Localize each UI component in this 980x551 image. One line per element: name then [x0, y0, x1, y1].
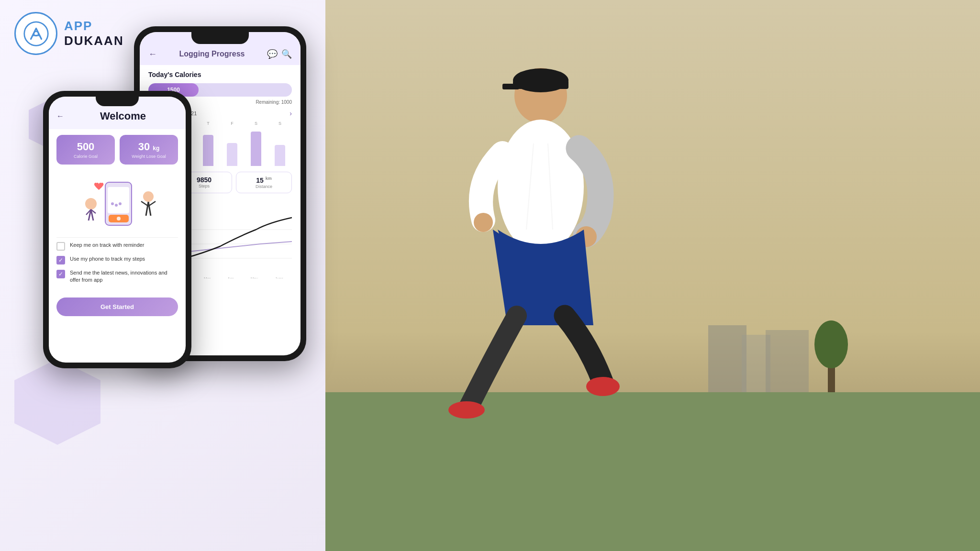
checklist: Keep me on track with reminder ✓ Use my … — [49, 238, 186, 293]
month-june: June — [275, 276, 283, 278]
calorie-goal-label: Calorie Goal — [61, 154, 110, 159]
day-s2: S — [274, 121, 286, 126]
svg-rect-23 — [325, 392, 980, 551]
svg-rect-24 — [708, 325, 746, 392]
bar-s1 — [251, 132, 261, 166]
stat-box-distance: 15 km Distance — [236, 172, 292, 193]
svg-rect-32 — [502, 84, 519, 89]
svg-point-5 — [85, 198, 97, 209]
weight-unit: kg — [153, 145, 159, 152]
get-started-button[interactable]: Get Started — [56, 298, 178, 316]
search-icon[interactable]: 🔍 — [281, 49, 292, 59]
svg-point-10 — [143, 191, 154, 202]
today-calories-label: Today's Calories — [148, 71, 292, 78]
weight-goal-box: 30 kg Weight Lose Goal — [120, 135, 178, 165]
logo-area: APP DUKAAN — [14, 12, 124, 55]
checkbox-3[interactable]: ✓ — [56, 270, 65, 278]
svg-rect-31 — [513, 80, 568, 89]
svg-point-36 — [474, 213, 493, 232]
notch-front — [96, 97, 139, 106]
month-mar: Mar — [204, 276, 211, 278]
svg-point-17 — [111, 202, 114, 205]
svg-point-0 — [24, 22, 48, 45]
logo-icon — [14, 12, 57, 55]
svg-point-28 — [814, 320, 848, 368]
svg-point-38 — [448, 401, 485, 419]
day-f: F — [226, 121, 238, 126]
logo-text: APP DUKAAN — [64, 19, 124, 48]
svg-point-21 — [117, 217, 121, 220]
svg-point-19 — [119, 202, 122, 205]
check-label-3: Send me the latest news, innovations and… — [70, 269, 178, 284]
calories-remaining: Remaining: 1000 — [256, 99, 292, 105]
svg-point-37 — [586, 377, 620, 396]
phone-front: ← Welcome 500 Calorie Goal 30 kg Weight … — [43, 91, 191, 368]
stat-distance-num: 15 km — [240, 176, 288, 184]
back-arrow-icon[interactable]: ← — [148, 49, 157, 59]
svg-line-14 — [148, 201, 156, 206]
checkbox-1[interactable] — [56, 242, 65, 251]
logo-app-label: APP — [64, 19, 124, 33]
stat-distance-label: Distance — [240, 184, 288, 189]
chat-icon[interactable]: 💬 — [267, 49, 278, 59]
bar-s2 — [275, 145, 285, 166]
svg-line-13 — [141, 201, 148, 206]
day-s1: S — [250, 121, 262, 126]
welcome-title: Welcome — [68, 110, 178, 122]
svg-rect-26 — [766, 330, 809, 392]
logo-dukaan-label: DUKAAN — [64, 33, 124, 48]
runner-area — [325, 0, 980, 551]
notch-back — [191, 32, 249, 44]
checkbox-2[interactable]: ✓ — [56, 256, 65, 264]
check-label-1: Keep me on track with reminder — [70, 242, 144, 249]
svg-rect-16 — [108, 187, 129, 213]
calorie-goal-box: 500 Calorie Goal — [56, 135, 115, 165]
welcome-back-arrow[interactable]: ← — [56, 112, 64, 121]
illustration-area — [49, 170, 186, 237]
goals-row: 500 Calorie Goal 30 kg Weight Lose Goal — [49, 129, 186, 170]
svg-point-18 — [115, 204, 118, 207]
check-label-2: Use my phone to track my steps — [70, 255, 145, 263]
calorie-goal-num: 500 — [61, 141, 110, 153]
svg-line-12 — [148, 202, 151, 216]
weight-goal-num: 30 kg — [124, 141, 173, 153]
phone-screen-front: ← Welcome 500 Calorie Goal 30 kg Weight … — [49, 97, 186, 363]
month-apr: Apr — [228, 276, 234, 278]
weight-goal-label: Weight Lose Goal — [124, 154, 173, 159]
day-t2: T — [202, 121, 214, 126]
week-next-icon[interactable]: › — [290, 110, 292, 117]
bar-f — [227, 143, 237, 166]
check-item-1: Keep me on track with reminder — [56, 242, 178, 251]
lp-title: Logging Progress — [157, 50, 267, 58]
check-item-2: ✓ Use my phone to track my steps — [56, 255, 178, 264]
check-item-3: ✓ Send me the latest news, innovations a… — [56, 269, 178, 284]
phone-frame-front: ← Welcome 500 Calorie Goal 30 kg Weight … — [43, 91, 191, 368]
fitness-illustration — [69, 173, 165, 235]
bar-t2 — [203, 135, 213, 166]
month-may: May — [251, 276, 258, 278]
